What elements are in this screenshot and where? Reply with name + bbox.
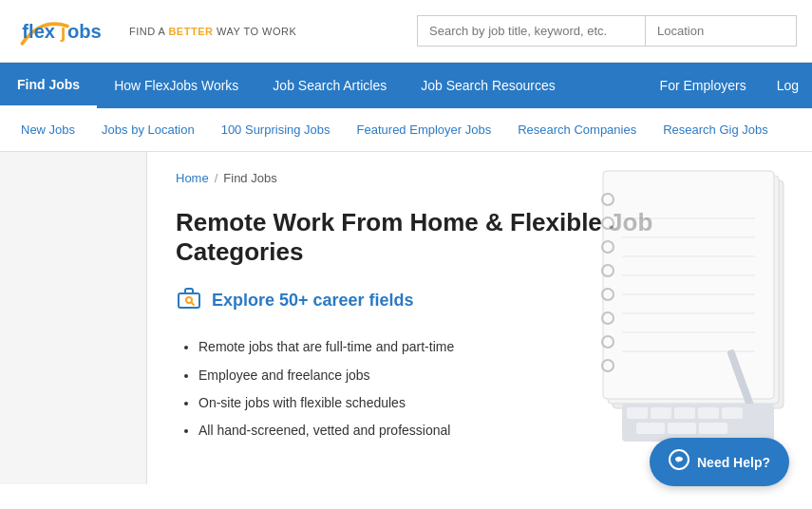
subnav-new-jobs[interactable]: New Jobs [8, 108, 88, 151]
subnav-research-companies[interactable]: Research Companies [504, 108, 650, 151]
subnav-100-surprising[interactable]: 100 Surprising Jobs [208, 108, 344, 151]
svg-rect-28 [627, 407, 648, 419]
svg-line-5 [192, 303, 195, 306]
svg-rect-32 [722, 407, 743, 419]
nav-for-employers[interactable]: For Employers [643, 63, 764, 108]
logo-area: flex j obs FIND A BETTER WAY TO WORK [15, 10, 296, 52]
breadcrumb-separator: / [215, 171, 218, 185]
subnav-research-gig[interactable]: Research Gig Jobs [650, 108, 782, 151]
decorative-image [556, 161, 812, 456]
svg-text:obs: obs [67, 21, 102, 42]
subnav-featured-employer[interactable]: Featured Employer Jobs [344, 108, 505, 151]
main-content: Home / Find Jobs Remote Work From Home &… [0, 152, 812, 484]
svg-rect-35 [699, 423, 727, 434]
search-input[interactable] [417, 15, 645, 47]
nav-find-jobs[interactable]: Find Jobs [0, 63, 97, 108]
need-help-button[interactable]: Need Help? [650, 438, 789, 484]
svg-rect-31 [698, 407, 719, 419]
svg-rect-34 [668, 423, 696, 434]
primary-nav: Find Jobs How FlexJobs Works Job Search … [0, 63, 812, 108]
tagline: FIND A BETTER WAY TO WORK [129, 26, 296, 37]
svg-rect-30 [674, 407, 695, 419]
sidebar [0, 152, 147, 484]
nav-job-search-articles[interactable]: Job Search Articles [255, 63, 404, 108]
svg-rect-3 [179, 293, 199, 308]
breadcrumb-current: Find Jobs [223, 171, 276, 185]
site-header: flex j obs FIND A BETTER WAY TO WORK [0, 0, 812, 63]
svg-text:j: j [60, 21, 66, 42]
flexjobs-logo[interactable]: flex j obs [15, 10, 120, 52]
nav-how-it-works[interactable]: How FlexJobs Works [97, 63, 255, 108]
explore-icon [176, 284, 202, 316]
nav-job-search-resources[interactable]: Job Search Resources [404, 63, 573, 108]
svg-rect-33 [636, 423, 665, 434]
content-area: Home / Find Jobs Remote Work From Home &… [147, 152, 812, 484]
nav-log[interactable]: Log [764, 63, 812, 108]
location-input[interactable] [645, 15, 797, 47]
svg-rect-8 [603, 171, 774, 399]
breadcrumb-home[interactable]: Home [176, 171, 209, 185]
explore-link[interactable]: Explore 50+ career fields [212, 291, 414, 311]
chat-icon [669, 449, 689, 475]
need-help-label: Need Help? [697, 455, 770, 470]
svg-rect-29 [651, 407, 671, 419]
subnav-jobs-by-location[interactable]: Jobs by Location [88, 108, 208, 151]
search-area [417, 15, 797, 47]
secondary-nav: New Jobs Jobs by Location 100 Surprising… [0, 108, 812, 152]
svg-text:flex: flex [22, 21, 56, 42]
